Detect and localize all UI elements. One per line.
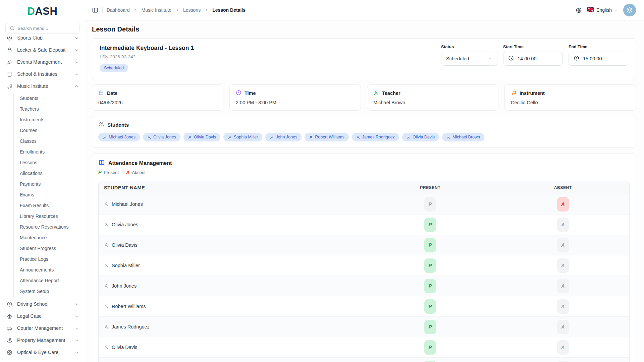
- present-button[interactable]: P: [424, 197, 436, 212]
- sidebar-nav: Sports Club Locker & Safe Deposit Events…: [0, 37, 85, 362]
- start-time-input[interactable]: 14:00:00: [503, 52, 563, 66]
- absent-button[interactable]: A: [557, 279, 569, 293]
- student-chip-label: Olivia Jones: [153, 135, 176, 139]
- present-button[interactable]: P: [424, 218, 436, 232]
- attendance-title: Attendance Management: [108, 160, 172, 166]
- present-button[interactable]: P: [424, 258, 436, 273]
- student-chip[interactable]: Sophia Miller: [223, 133, 262, 141]
- app-logo: DASH: [0, 0, 85, 21]
- search-icon: [10, 26, 15, 31]
- sidebar-subitem-exam-results[interactable]: Exam Results: [20, 200, 82, 211]
- student-name: John Jones: [112, 283, 137, 289]
- search-input[interactable]: [17, 26, 75, 31]
- absent-button[interactable]: A: [557, 258, 569, 273]
- sidebar-search[interactable]: [5, 23, 79, 34]
- student-name: Olivia Davis: [112, 242, 138, 248]
- absent-button[interactable]: A: [557, 361, 569, 362]
- column-present: PRESENT: [364, 185, 497, 190]
- sidebar-item-legal-case[interactable]: Legal Case: [5, 310, 82, 322]
- sidebar-item-property-management[interactable]: Property Management: [5, 334, 82, 346]
- sidebar-subitem-payments[interactable]: Payments: [20, 179, 82, 189]
- absent-button[interactable]: A: [557, 238, 569, 252]
- present-button[interactable]: P: [424, 299, 436, 314]
- sidebar-item-courier-management[interactable]: Courier Management: [5, 322, 82, 334]
- student-chip[interactable]: Robert Williams: [305, 133, 349, 141]
- legend-absent-letter: A: [126, 170, 129, 175]
- sidebar-subitem-allocations[interactable]: Allocations: [20, 168, 82, 179]
- sidebar-subitem-library-resources[interactable]: Library Resources: [20, 211, 82, 222]
- sidebar-subitem-announcements[interactable]: Announcements: [20, 264, 82, 275]
- chevron-down-icon: [74, 60, 79, 64]
- status-select-value: Scheduled: [446, 56, 469, 61]
- student-chip[interactable]: Olivia Davis: [402, 133, 439, 141]
- status-label: Status: [441, 45, 497, 49]
- present-button[interactable]: P: [424, 320, 436, 334]
- sidebar-toggle-icon[interactable]: [92, 7, 98, 13]
- legend-present: PPresent: [98, 170, 119, 175]
- absent-button[interactable]: A: [557, 299, 569, 314]
- status-select[interactable]: Scheduled: [441, 52, 497, 66]
- calendar-icon: [98, 90, 104, 97]
- sidebar-item-optical-eye-care[interactable]: Optical & Eye Care: [5, 346, 82, 358]
- sidebar-subitem-instruments[interactable]: Instruments: [20, 114, 82, 125]
- breadcrumb: Dashboard Music Institute Lessons Lesson…: [107, 7, 246, 13]
- student-name: Olivia Davis: [112, 345, 138, 350]
- sidebar-subitem-exams[interactable]: Exams: [20, 189, 82, 200]
- absent-button[interactable]: A: [557, 320, 569, 334]
- sidebar-subitem-system-setup[interactable]: System Setup: [20, 286, 82, 297]
- absent-button[interactable]: A: [557, 197, 569, 212]
- building-icon: [6, 71, 13, 77]
- breadcrumb-music-institute[interactable]: Music Institute: [142, 7, 171, 13]
- sidebar-subitem-practice-logs[interactable]: Practice Logs: [20, 254, 82, 264]
- breadcrumb-lessons[interactable]: Lessons: [183, 7, 201, 13]
- present-button[interactable]: P: [424, 361, 436, 362]
- student-chip-label: John Jones: [276, 135, 297, 139]
- sidebar-item-sports-club[interactable]: Sports Club: [5, 37, 82, 44]
- sidebar-item-label: Optical & Eye Care: [17, 350, 70, 355]
- student-chips: Michael Jones Olivia Jones Olivia Davis …: [98, 133, 630, 141]
- absent-button[interactable]: A: [557, 340, 569, 355]
- globe-icon[interactable]: [576, 7, 582, 13]
- teacher-value: Michael Brown: [373, 100, 492, 105]
- sidebar-subitem-students[interactable]: Students: [20, 93, 82, 104]
- sidebar-subitem-teachers[interactable]: Teachers: [20, 104, 82, 114]
- sidebar-subitem-classes[interactable]: Classes: [20, 136, 82, 146]
- present-button[interactable]: P: [424, 340, 436, 355]
- end-time-label: End Time: [569, 45, 628, 49]
- sidebar-item-music-institute[interactable]: Music Institute: [5, 80, 82, 92]
- avatar[interactable]: [623, 4, 636, 16]
- sidebar-subitem-attendance-report[interactable]: Attendance Report: [20, 275, 82, 286]
- student-chip[interactable]: Michael Brown: [442, 133, 484, 141]
- student-chip-label: Robert Williams: [315, 135, 344, 139]
- students-card: Students Michael Jones Olivia Jones Oliv…: [92, 116, 636, 148]
- person-icon: [104, 202, 109, 206]
- sidebar-subitem-student-progress[interactable]: Student Progress: [20, 243, 82, 254]
- breadcrumb-dashboard[interactable]: Dashboard: [107, 7, 130, 13]
- student-chip[interactable]: Olivia Jones: [143, 133, 180, 141]
- sidebar-subitem-enrollments[interactable]: Enrollments: [20, 146, 82, 157]
- sidebar: DASH Sports Club Locker & Safe Deposit E…: [0, 0, 85, 362]
- student-chip[interactable]: Michael Jones: [98, 133, 140, 141]
- sidebar-item-school-institutes[interactable]: School & Institutes: [5, 68, 82, 80]
- table-row: Sophia Miller P A: [99, 255, 629, 276]
- sidebar-subitem-resource-reservations[interactable]: Resource Reservations: [20, 222, 82, 232]
- present-button[interactable]: P: [424, 238, 436, 252]
- present-button[interactable]: P: [424, 279, 436, 293]
- end-time-input[interactable]: 15:00:00: [569, 52, 628, 66]
- sidebar-item-locker-safe-deposit[interactable]: Locker & Safe Deposit: [5, 44, 82, 56]
- sidebar-item-events-management[interactable]: Events Management: [5, 56, 82, 68]
- sidebar-item-driving-school[interactable]: Driving School: [5, 298, 82, 310]
- sidebar-subitem-courses[interactable]: Courses: [20, 125, 82, 136]
- date-label: Date: [107, 90, 117, 96]
- student-chip[interactable]: John Jones: [265, 133, 302, 141]
- person-icon: [104, 243, 109, 247]
- student-name: Michael Jones: [112, 201, 143, 207]
- language-label: English: [596, 7, 612, 13]
- absent-button[interactable]: A: [557, 218, 569, 232]
- language-selector[interactable]: English: [587, 7, 618, 13]
- student-chip[interactable]: James Rodriguez: [352, 133, 399, 141]
- sidebar-subitem-maintenance[interactable]: Maintenance: [20, 232, 82, 243]
- sidebar-item-label: Driving School: [17, 301, 70, 307]
- sidebar-subitem-lessons[interactable]: Lessons: [20, 157, 82, 168]
- student-chip[interactable]: Olivia Davis: [183, 133, 220, 141]
